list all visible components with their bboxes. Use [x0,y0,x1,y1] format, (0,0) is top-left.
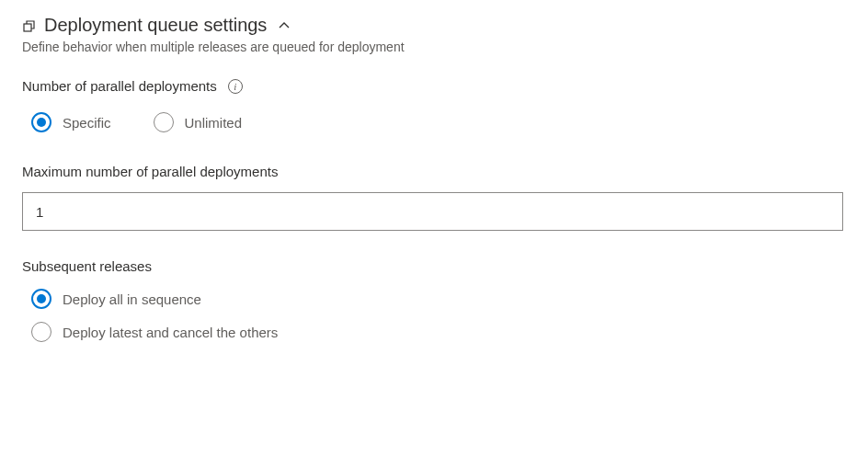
radio-specific[interactable]: Specific [31,112,111,132]
parallel-label-text: Number of parallel deployments [22,78,217,94]
max-parallel-input[interactable] [22,192,843,231]
radio-label-cancel: Deploy latest and cancel the others [63,325,278,340]
radio-indicator-unlimited [154,112,174,132]
radio-deploy-cancel[interactable]: Deploy latest and cancel the others [31,322,846,342]
radio-indicator-sequence [31,289,51,309]
max-parallel-label: Maximum number of parallel deployments [22,164,846,179]
radio-indicator-cancel [31,322,51,342]
parallel-radio-group: Specific Unlimited [22,112,846,132]
info-icon[interactable]: i [228,79,243,94]
radio-unlimited[interactable]: Unlimited [154,112,243,132]
svg-rect-0 [24,24,31,31]
max-parallel-block: Maximum number of parallel deployments [22,164,846,258]
radio-label-sequence: Deploy all in sequence [63,291,201,307]
section-title: Deployment queue settings [44,15,267,36]
radio-label-specific: Specific [63,115,111,131]
radio-deploy-sequence[interactable]: Deploy all in sequence [31,289,846,309]
subsequent-radio-group: Deploy all in sequence Deploy latest and… [22,289,846,342]
section-description: Define behavior when multiple releases a… [22,40,846,54]
chevron-up-icon[interactable] [278,19,291,32]
subsequent-releases-label: Subsequent releases [22,258,846,274]
parallel-deployments-label: Number of parallel deployments i [22,78,846,94]
section-header[interactable]: Deployment queue settings [22,15,846,36]
deployment-queue-icon [22,18,37,33]
radio-indicator-specific [31,112,51,132]
radio-label-unlimited: Unlimited [185,115,243,131]
